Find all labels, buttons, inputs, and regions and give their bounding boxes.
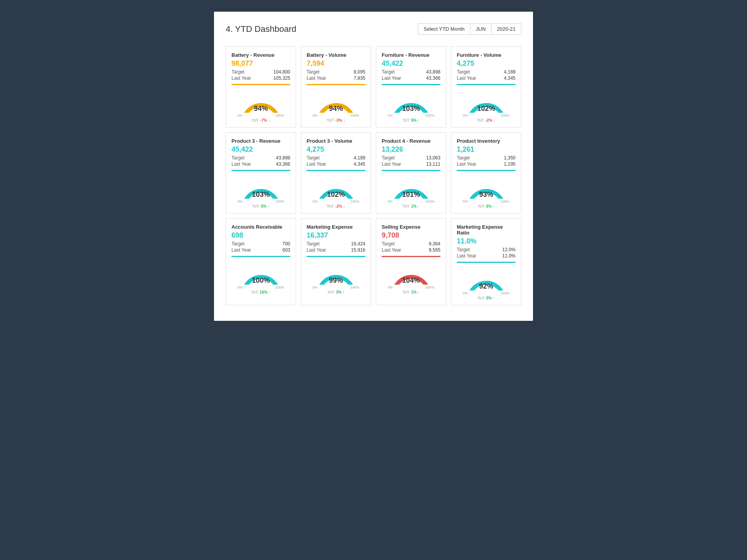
gauge-container-product3-revenue: 103% 0% 100% YoY 5% ↑ — [231, 173, 290, 208]
card-furniture-volume: Furniture - Volume 4,275 Target 4,189 La… — [451, 46, 521, 128]
card-bar-selling-expense — [382, 256, 440, 257]
yoy-value-marketing-expense: 3% ↑ — [336, 290, 344, 294]
card-value-product3-volume: 4,275 — [307, 145, 365, 154]
card-bar-furniture-volume — [457, 84, 516, 85]
card-lastyear-row-product3-revenue: Last Year 43,366 — [231, 161, 290, 167]
page-title: 4. YTD Dashboard — [226, 24, 296, 34]
card-target-row-product3-revenue: Target 43,898 — [231, 155, 290, 161]
card-target-row-product-inventory: Target 1,350 — [457, 155, 516, 161]
card-bar-furniture-revenue — [382, 84, 440, 85]
lastyear-value: 105,325 — [274, 75, 290, 81]
yoy-value-accounts-receivable: 16% ↑ — [260, 290, 271, 294]
target-value: 13,063 — [426, 155, 440, 161]
target-value: 12.0% — [502, 247, 516, 252]
target-label: Target — [307, 241, 319, 247]
card-title-marketing-expense-ratio: Marketing Expense Ratio — [457, 224, 516, 236]
gauge-label-100pct: 100% — [275, 285, 284, 289]
card-value-product4-revenue: 13,226 — [382, 145, 440, 154]
gauge-labels-accounts-receivable: 0% 100% — [238, 285, 284, 289]
yoy-value-furniture-volume: -2% ↓ — [486, 118, 496, 122]
gauge-label-100pct: 100% — [425, 200, 434, 203]
lastyear-value: 43,366 — [276, 161, 290, 167]
card-lastyear-row-product-inventory: Last Year 1,195 — [457, 161, 516, 167]
gauge-container-product-inventory: 93% 0% 100% YoY 6% ↑ — [457, 173, 516, 208]
yoy-text: YoY — [251, 290, 258, 294]
gauge-wrapper-battery-revenue: 94% — [238, 88, 284, 113]
card-bar-battery-volume — [307, 84, 365, 85]
target-value: 1,350 — [504, 155, 516, 161]
lastyear-label: Last Year — [382, 247, 401, 253]
card-bar-product3-revenue — [231, 170, 290, 171]
card-value-marketing-expense: 16,337 — [307, 231, 365, 240]
yoy-text: YoY — [477, 296, 484, 300]
gauge-container-marketing-expense: 99% 0% 100% YoY 3% ↑ — [307, 259, 365, 294]
dashboard-container: 4. YTD Dashboard Select YTD Month JUN 20… — [214, 12, 533, 321]
month-button[interactable]: JUN — [470, 24, 491, 34]
year-button[interactable]: 2020-21 — [491, 24, 521, 34]
gauge-container-marketing-expense-ratio: 92% 0% 100% YoY 0% ↑ — [457, 265, 516, 300]
target-value: 43,898 — [426, 69, 440, 75]
card-marketing-expense-ratio: Marketing Expense Ratio 11.0% Target 12.… — [451, 218, 521, 305]
gauge-container-battery-volume: 94% 0% 100% YoY -3% ↓ — [307, 88, 365, 122]
target-label: Target — [231, 155, 244, 161]
yoy-text: YoY — [402, 204, 409, 208]
lastyear-value: 43,366 — [426, 75, 440, 81]
card-lastyear-row-marketing-expense: Last Year 15,916 — [307, 247, 365, 253]
target-label: Target — [382, 241, 395, 247]
target-label: Target — [457, 247, 470, 252]
target-label: Target — [231, 241, 244, 247]
card-bar-battery-revenue — [231, 84, 290, 85]
gauge-labels-battery-volume: 0% 100% — [313, 114, 359, 117]
select-ytd-month-button[interactable]: Select YTD Month — [418, 24, 470, 34]
card-product3-volume: Product 3 - Volume 4,275 Target 4,189 La… — [301, 132, 371, 214]
card-target-row-marketing-expense: Target 16,424 — [307, 241, 365, 247]
gauge-wrapper-product4-revenue: 101% — [388, 173, 435, 199]
yoy-text: YoY — [252, 204, 259, 208]
lastyear-label: Last Year — [307, 75, 326, 81]
yoy-value-marketing-expense-ratio: 0% ↑ — [486, 296, 494, 300]
yoy-value-product3-revenue: 5% ↑ — [261, 204, 269, 208]
yoy-value-selling-expense: 1% ↑ — [411, 290, 419, 294]
gauge-wrapper-product3-revenue: 103% — [238, 173, 284, 199]
target-value: 4,189 — [354, 155, 365, 161]
card-title-battery-volume: Battery - Volume — [307, 52, 365, 58]
gauge-label-0pct: 0% — [463, 291, 468, 295]
card-title-marketing-expense: Marketing Expense — [307, 224, 365, 230]
gauge-label-100pct: 100% — [500, 291, 509, 295]
lastyear-label: Last Year — [457, 75, 476, 81]
gauge-labels-product3-volume: 0% 100% — [313, 200, 359, 203]
target-value: 9,364 — [429, 241, 440, 247]
yoy-row-selling-expense: YoY 1% ↑ — [402, 290, 419, 294]
target-label: Target — [382, 69, 395, 75]
target-value: 8,095 — [354, 69, 365, 75]
gauge-container-furniture-volume: 102% 0% 100% YoY -2% ↓ — [457, 88, 516, 122]
gauge-pct-battery-revenue: 94% — [254, 105, 268, 113]
card-value-selling-expense: 9,708 — [382, 231, 440, 240]
card-target-row-selling-expense: Target 9,364 — [382, 241, 440, 247]
card-target-row-marketing-expense-ratio: Target 12.0% — [457, 247, 516, 252]
yoy-text: YoY — [477, 118, 484, 122]
gauge-wrapper-marketing-expense-ratio: 92% — [463, 265, 510, 290]
gauge-labels-product-inventory: 0% 100% — [463, 200, 510, 203]
card-bar-product3-volume — [307, 170, 365, 171]
yoy-value-product-inventory: 6% ↑ — [486, 204, 494, 208]
gauge-label-0pct: 0% — [313, 200, 318, 203]
gauge-labels-furniture-revenue: 0% 100% — [388, 114, 435, 117]
lastyear-value: 11.0% — [502, 253, 516, 259]
card-lastyear-row-marketing-expense-ratio: Last Year 11.0% — [457, 253, 516, 259]
yoy-value-product4-revenue: 1% ↑ — [411, 204, 419, 208]
card-lastyear-row-furniture-volume: Last Year 4,345 — [457, 75, 516, 81]
gauge-labels-product3-revenue: 0% 100% — [238, 200, 284, 203]
card-target-row-product4-revenue: Target 13,063 — [382, 155, 440, 161]
yoy-row-product4-revenue: YoY 1% ↑ — [402, 204, 419, 208]
card-value-furniture-revenue: 45,422 — [382, 60, 440, 68]
card-value-battery-revenue: 98,077 — [231, 60, 290, 68]
card-product-inventory: Product Inventory 1,261 Target 1,350 Las… — [451, 132, 521, 214]
gauge-label-100pct: 100% — [500, 114, 509, 117]
card-bar-marketing-expense-ratio — [457, 262, 516, 263]
card-bar-marketing-expense — [307, 256, 365, 257]
yoy-row-product3-revenue: YoY 5% ↑ — [252, 204, 269, 208]
gauge-pct-product-inventory: 93% — [479, 191, 493, 199]
gauge-pct-marketing-expense-ratio: 92% — [479, 282, 493, 290]
yoy-value-product3-volume: -2% ↓ — [335, 204, 345, 208]
